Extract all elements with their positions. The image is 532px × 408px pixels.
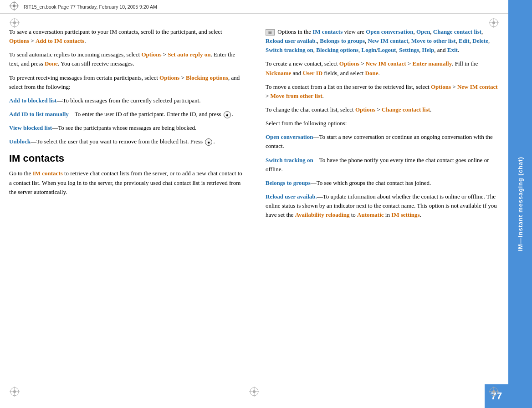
sidebar-label: IM—Instant messaging (chat) [517, 157, 524, 251]
bullet-term-2: Add ID to list manually [9, 111, 69, 117]
option-reload-user: Reload user availab.—To update informati… [266, 192, 499, 219]
enter-manually-opt: Enter manually [412, 60, 452, 67]
bullet-add-blocked: Add to blocked list—To block messages fr… [9, 96, 243, 105]
change-contact-list-opt: Change contact list [382, 106, 430, 113]
settings-ref: Settings [399, 46, 419, 53]
options-link-3: Options [159, 74, 179, 81]
bullet-view-blocked: View blocked list—To see the participant… [9, 123, 243, 133]
header-bar: RIT15_en.book Page 77 Thursday, February… [0, 0, 508, 14]
blocking-options-link: Blocking options [186, 74, 228, 81]
change-contact-list-ref: Change contact list [433, 28, 481, 35]
im-contacts-body: Go to the IM contacts to retrieve chat c… [9, 169, 243, 196]
right-column: ▤ Options in the IM contacts view are Op… [261, 27, 499, 394]
bullet-unblock: Unblock—To select the user that you want… [9, 137, 243, 146]
switch-tracking-term: Switch tracking on [266, 157, 313, 163]
login-ref: Login [362, 46, 377, 53]
options-link-2: Options [141, 51, 161, 58]
bullet-term-1: Add to blocked list [9, 97, 56, 104]
right-para-select-from: Select from the following options: [266, 119, 499, 128]
option-switch-tracking: Switch tracking on—To have the phone not… [266, 156, 499, 174]
im-contacts-link: IM contacts [33, 170, 63, 177]
left-para-1: To save a conversation participant to yo… [9, 27, 243, 46]
set-auto-reply-link: Set auto reply on [168, 51, 210, 58]
logout-ref: Logout [378, 46, 396, 53]
options-r2: Options [431, 83, 451, 90]
new-im-contact-opt: New IM contact [366, 60, 406, 67]
user-id-opt: User ID [303, 70, 322, 76]
belongs-groups-ref: Belongs to groups [320, 37, 365, 44]
left-para-3: To prevent receiving messages from certa… [9, 73, 243, 92]
right-para-change-list: To change the chat contact list, select … [266, 105, 499, 114]
left-para-2: To send automatic replies to incoming me… [9, 50, 243, 68]
move-other-list-ref: Move to other list [411, 37, 456, 44]
columns-wrapper: To save a conversation participant to yo… [0, 14, 508, 408]
automatic-opt: Automatic [357, 211, 384, 218]
right-para-new-contact: To create a new contact, select Options … [266, 59, 499, 77]
move-from-other-list-opt: Move from other list [271, 92, 322, 99]
bullet-term-3: View blocked list [9, 124, 52, 131]
blocking-ref: Blocking options [316, 46, 358, 53]
add-to-im-link: Add to IM contacts [36, 37, 84, 44]
done-link-1: Done [45, 60, 58, 67]
new-im-contact-ref: New IM contact [368, 37, 409, 44]
open-ref: Open [416, 28, 430, 35]
done-opt: Done [365, 70, 379, 76]
edit-ref: Edit [459, 37, 470, 44]
options-r3: Options [355, 106, 375, 113]
header-text: RIT15_en.book Page 77 Thursday, February… [24, 4, 157, 10]
new-im-contact-opt2: New IM contact [457, 83, 498, 90]
im-contacts-heading: IM contacts [9, 153, 243, 164]
options-link-1: Options [9, 37, 29, 44]
im-settings-opt: IM settings [391, 211, 419, 218]
center-key-icon-2: ● [205, 138, 212, 146]
option-belongs-to-groups: Belongs to groups—To see which groups th… [266, 178, 499, 188]
options-r1: Options [339, 60, 359, 67]
crosshair-top-left [9, 1, 19, 13]
option-open-conversation: Open conversation—To start a new convers… [266, 133, 499, 151]
avail-reloading-opt: Availability reloading [295, 211, 350, 218]
exit-ref: Exit [447, 46, 458, 53]
svg-point-3 [13, 5, 15, 7]
help-ref: Help [422, 46, 435, 53]
open-conv-term: Open conversation [266, 133, 313, 140]
right-sidebar: IM—Instant messaging (chat) [508, 0, 532, 408]
center-key-icon: ● [224, 111, 231, 118]
belongs-groups-term: Belongs to groups [266, 179, 311, 186]
delete-ref: Delete [472, 37, 488, 44]
right-para-move-contact: To move a contact from a list on the ser… [266, 82, 499, 101]
switch-tracking-ref: Switch tracking on [266, 46, 313, 53]
right-intro: ▤ Options in the IM contacts view are Op… [266, 27, 499, 55]
options-menu-icon: ▤ [266, 29, 275, 36]
bullet-term-4: Unblock [9, 138, 31, 145]
reload-user-term: Reload user availab. [266, 193, 317, 200]
bullet-add-id: Add ID to list manually—To enter the use… [9, 110, 243, 119]
left-column: To save a conversation participant to yo… [9, 27, 247, 394]
open-conv-ref: Open conversation [366, 28, 413, 35]
im-contacts-ref: IM contacts [312, 28, 343, 35]
reload-user-ref: Reload user availab. [266, 37, 317, 44]
main-content: RIT15_en.book Page 77 Thursday, February… [0, 0, 508, 408]
nickname-opt: Nickname [266, 70, 291, 76]
